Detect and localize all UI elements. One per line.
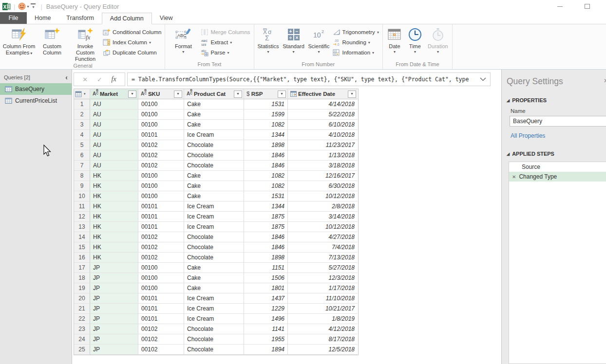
all-properties-link[interactable]: All Properties [511, 132, 606, 139]
table-cell[interactable]: 00101 [138, 293, 184, 304]
table-cell[interactable]: Ice Cream [184, 212, 244, 222]
table-cell[interactable]: Chocolate [184, 140, 244, 150]
format-button[interactable]: ABC Format ▾ [167, 26, 200, 54]
table-cell[interactable]: Chocolate [184, 253, 244, 263]
applied-steps-section-header[interactable]: ◢ APPLIED STEPS [507, 151, 606, 157]
table-cell[interactable]: Cake [184, 109, 244, 120]
table-cell[interactable]: Chocolate [184, 161, 244, 171]
table-cell[interactable]: Cake [184, 171, 244, 181]
table-cell[interactable]: 1344 [244, 130, 288, 140]
row-number[interactable]: 13 [74, 222, 90, 232]
row-number[interactable]: 19 [74, 283, 90, 293]
table-cell[interactable]: 4/14/2018 [288, 99, 358, 109]
row-number[interactable]: 16 [74, 253, 90, 263]
table-cell[interactable]: Cake [184, 191, 244, 201]
tab-transform[interactable]: Transform [58, 12, 102, 24]
table-cell[interactable]: 8/17/2018 [288, 334, 358, 345]
table-cell[interactable]: 1846 [244, 232, 288, 242]
table-cell[interactable]: 7/13/2018 [288, 253, 358, 263]
column-header-rsp[interactable]: $ RSP ▼ [244, 89, 288, 99]
table-cell[interactable]: 1082 [244, 171, 288, 181]
conditional-column-button[interactable]: = Conditional Column [103, 28, 161, 36]
table-cell[interactable]: 1496 [244, 314, 288, 324]
table-cell[interactable]: Ice Cream [184, 314, 244, 324]
maximize-button[interactable] [579, 1, 595, 12]
table-cell[interactable]: 00102 [138, 150, 184, 161]
rounding-button[interactable]: .00.0 Rounding ▾ [333, 38, 379, 47]
table-cell[interactable]: AU [90, 109, 138, 120]
table-cell[interactable]: 6/30/2018 [288, 181, 358, 191]
table-cell[interactable]: 00101 [138, 222, 184, 232]
table-cell[interactable]: 5/22/2018 [288, 109, 358, 120]
table-cell[interactable]: Cake [184, 263, 244, 273]
table-cell[interactable]: Chocolate [184, 232, 244, 242]
table-cell[interactable]: 00102 [138, 232, 184, 242]
table-cell[interactable]: 7/4/2018 [288, 242, 358, 253]
scientific-button[interactable]: 102 Scientific ▾ [306, 26, 332, 54]
row-number[interactable]: 25 [74, 345, 90, 355]
table-cell[interactable]: 00101 [138, 304, 184, 314]
duplicate-column-button[interactable]: Duplicate Column [103, 48, 161, 57]
row-number[interactable]: 3 [74, 120, 90, 130]
minimize-button[interactable] [551, 1, 568, 12]
table-cell[interactable]: 10/21/2017 [288, 304, 358, 314]
properties-section-header[interactable]: ◢ PROPERTIES [507, 97, 606, 103]
table-cell[interactable]: HK [90, 171, 138, 181]
tab-view[interactable]: View [152, 12, 181, 24]
table-cell[interactable]: Ice Cream [184, 222, 244, 232]
column-header-effective-date[interactable]: Effective Date ▼ [288, 89, 358, 99]
filter-dropdown-button[interactable]: ▼ [278, 91, 286, 98]
filter-dropdown-button[interactable]: ▼ [174, 91, 182, 98]
row-number[interactable]: 17 [74, 263, 90, 273]
cancel-formula-icon[interactable]: ✕ [82, 76, 88, 83]
table-cell[interactable]: 00101 [138, 201, 184, 212]
table-cell[interactable]: 00101 [138, 130, 184, 140]
table-cell[interactable]: 00101 [138, 314, 184, 324]
row-number[interactable]: 4 [74, 130, 90, 140]
index-column-button[interactable]: 123 Index Column ▾ [103, 38, 161, 47]
table-cell[interactable]: 12/16/2017 [288, 171, 358, 181]
table-cell[interactable]: JP [90, 324, 138, 334]
custom-column-button[interactable]: Custom Column [36, 26, 69, 56]
table-cell[interactable]: 00102 [138, 324, 184, 334]
table-cell[interactable]: JP [90, 273, 138, 283]
table-cell[interactable]: 00100 [138, 109, 184, 120]
formula-input[interactable]: = Table.TransformColumnTypes(Source,{{"M… [127, 73, 491, 86]
table-cell[interactable]: 00101 [138, 212, 184, 222]
table-cell[interactable]: 00102 [138, 345, 184, 355]
column-header-product-cat[interactable]: ABC Product Cat ▼ [184, 89, 244, 99]
table-cell[interactable]: 1/8/2019 [288, 314, 358, 324]
tab-add-column[interactable]: Add Column [102, 13, 152, 24]
expand-formula-icon[interactable] [480, 77, 486, 81]
table-cell[interactable]: 11/10/2018 [288, 293, 358, 304]
tab-home[interactable]: Home [27, 12, 58, 24]
table-cell[interactable]: 1151 [244, 263, 288, 273]
table-cell[interactable]: 1846 [244, 150, 288, 161]
table-cell[interactable]: 00100 [138, 120, 184, 130]
table-cell[interactable]: JP [90, 263, 138, 273]
table-cell[interactable]: HK [90, 232, 138, 242]
row-number[interactable]: 7 [74, 161, 90, 171]
query-name-input[interactable] [510, 116, 606, 127]
confirm-formula-icon[interactable]: ✓ [97, 76, 102, 83]
column-header-market[interactable]: ABC Market ▼ [90, 89, 138, 99]
table-cell[interactable]: 00100 [138, 99, 184, 109]
table-cell[interactable]: 1531 [244, 99, 288, 109]
table-cell[interactable]: Chocolate [184, 345, 244, 355]
row-number[interactable]: 1 [74, 99, 90, 109]
table-cell[interactable]: 1531 [244, 191, 288, 201]
table-cell[interactable]: 1898 [244, 253, 288, 263]
information-button[interactable]: 13+ Information ▾ [333, 48, 379, 57]
statistics-button[interactable]: XσΣ Statistics ▾ [256, 26, 281, 54]
filter-dropdown-button[interactable]: ▼ [348, 91, 356, 98]
invoke-custom-function-button[interactable]: fx Invoke Custom Function [69, 26, 102, 62]
table-cell[interactable]: 10/12/2018 [288, 222, 358, 232]
table-cell[interactable]: Cake [184, 283, 244, 293]
table-cell[interactable]: 12/5/2018 [288, 345, 358, 355]
column-header-sku[interactable]: ABC SKU ▼ [138, 89, 184, 99]
table-cell[interactable]: 1801 [244, 283, 288, 293]
table-cell[interactable]: 2/8/2018 [288, 201, 358, 212]
table-cell[interactable]: 5/27/2018 [288, 263, 358, 273]
tab-file[interactable]: File [0, 12, 27, 24]
table-cell[interactable]: 00100 [138, 181, 184, 191]
